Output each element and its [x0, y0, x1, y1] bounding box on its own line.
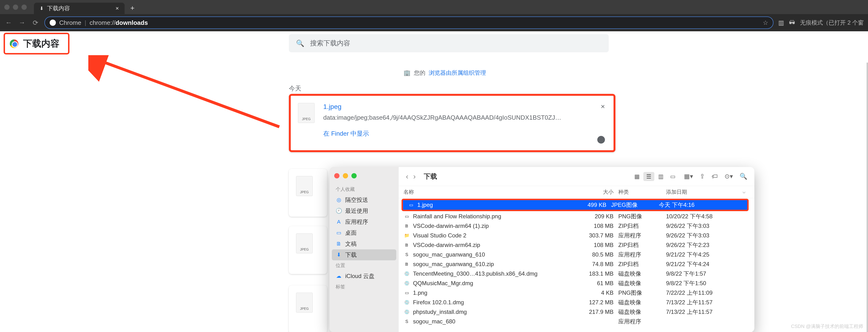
sidebar-item[interactable]: A应用程序	[330, 216, 399, 228]
search-button[interactable]: 🔍	[740, 173, 747, 180]
gallery-view-button[interactable]: ▭	[667, 172, 678, 181]
file-size: 61 MB	[578, 280, 618, 286]
sidebar-item-label: 下载	[345, 251, 356, 259]
finder-back-button[interactable]: ‹	[406, 172, 408, 181]
file-name: 1.png	[413, 290, 427, 296]
new-tab-button[interactable]: +	[130, 4, 135, 12]
sidebar-item-icon: ▭	[336, 230, 342, 236]
file-size: 183.1 MB	[578, 270, 618, 277]
file-type-icon: S	[403, 252, 410, 257]
finder-folder-title: 下载	[424, 172, 437, 181]
download-item: JPEG	[289, 226, 327, 274]
file-kind: PNG图像	[618, 289, 666, 297]
bookmark-icon[interactable]: ☆	[763, 19, 768, 27]
sidebar-section-tags: 标签	[330, 281, 399, 292]
list-view-button[interactable]: ☰	[643, 172, 654, 181]
file-row[interactable]: 💿phpstudy_install.dmg 217.9 MB 磁盘映像 7/13…	[399, 307, 754, 317]
search-icon: 🔍	[296, 39, 304, 47]
sidebar-item[interactable]: ☁iCloud 云盘	[330, 271, 399, 281]
close-window-button[interactable]	[4, 4, 9, 10]
file-size: 127.2 MB	[578, 299, 618, 306]
file-size: 108 MB	[578, 222, 618, 229]
file-type-icon: ▭	[403, 214, 410, 219]
panel-icon[interactable]: ▥	[778, 19, 784, 27]
sidebar-item[interactable]: ◎隔空投送	[330, 194, 399, 205]
file-size: 217.9 MB	[578, 309, 618, 315]
file-name: sogou_mac_guanwang_610.zip	[413, 261, 494, 268]
file-row[interactable]: 💿QQMusicMac_Mgr.dmg 61 MB 磁盘映像 9/8/22 下午…	[399, 278, 754, 288]
file-row[interactable]: Ssogou_mac_guanwang_610 80.5 MB 应用程序 9/2…	[399, 250, 754, 260]
finder-zoom-button[interactable]	[351, 173, 356, 178]
browser-tab-strip: ⬇ 下载内容 × +	[0, 0, 868, 14]
forward-button[interactable]: →	[18, 19, 26, 27]
file-type-icon: 💿	[403, 281, 410, 286]
file-size: 303.7 MB	[578, 232, 618, 239]
file-row[interactable]: ▭Rainfall and Flow Relationship.png 209 …	[399, 212, 754, 221]
file-kind: PNG图像	[618, 213, 666, 220]
file-row[interactable]: ▭1.jpeg 499 KB JPEG图像 今天 下午4:16	[403, 200, 747, 210]
share-button[interactable]: ⇪	[700, 173, 705, 180]
download-filename-link[interactable]: 1.jpeg	[323, 103, 605, 111]
page-title-annotation: 下载内容	[4, 33, 69, 55]
sidebar-section-locations: 位置	[330, 260, 399, 271]
annotation-arrow	[88, 55, 286, 137]
sidebar-item-icon: 🗎	[336, 241, 342, 247]
column-date[interactable]: 添加日期	[666, 188, 742, 195]
sidebar-item[interactable]: ▭桌面	[330, 228, 399, 238]
sidebar-item-label: 隔空投送	[345, 196, 368, 204]
search-downloads-input[interactable]: 🔍 搜索下载内容	[289, 34, 609, 52]
file-name: VSCode-darwin-arm64.zip	[413, 242, 480, 248]
file-date: 9/8/22 下午1:50	[666, 279, 742, 287]
icon-view-button[interactable]: ▦	[631, 172, 642, 181]
close-tab-button[interactable]: ×	[116, 5, 119, 12]
file-type-icon: ▭	[403, 290, 410, 296]
column-kind[interactable]: 种类	[618, 188, 666, 195]
file-size: 4 KB	[578, 290, 618, 296]
show-in-finder-link[interactable]: 在 Finder 中显示	[323, 129, 605, 138]
org-management-notice: 🏢 您的 浏览器由所属组织管理	[403, 69, 486, 77]
sidebar-item-icon: 🕘	[336, 208, 342, 214]
file-row[interactable]: 🗎VSCode-darwin-arm64 (1).zip 108 MB ZIP归…	[399, 221, 754, 231]
maximize-window-button[interactable]	[22, 4, 27, 10]
tags-button[interactable]: 🏷	[712, 173, 718, 180]
group-button[interactable]: ▦▾	[684, 173, 693, 180]
file-date: 今天 下午4:16	[659, 201, 735, 209]
column-name[interactable]: 名称	[403, 188, 578, 195]
building-icon: 🏢	[403, 69, 411, 76]
sidebar-item-label: 文稿	[345, 240, 356, 248]
actions-button[interactable]: ⊙▾	[724, 173, 733, 180]
sidebar-item[interactable]: ⬇下载	[332, 249, 396, 260]
sidebar-item[interactable]: 🕘最近使用	[330, 205, 399, 216]
file-name: Visual Studio Code 2	[413, 232, 466, 239]
file-row[interactable]: 📁Visual Studio Code 2 303.7 MB 应用程序 9/26…	[399, 231, 754, 240]
sidebar-item-icon: A	[336, 219, 342, 225]
sidebar-item-label: 最近使用	[345, 207, 368, 215]
finder-sidebar: 个人收藏 ◎隔空投送🕘最近使用A应用程序▭桌面🗎文稿⬇下载 位置 ☁iCloud…	[330, 167, 399, 332]
file-date: 9/21/22 下午4:25	[666, 251, 742, 259]
file-row[interactable]: ▭1.png 4 KB PNG图像 7/22/22 上午11:09	[399, 288, 754, 298]
finder-forward-button[interactable]: ›	[413, 172, 416, 181]
file-kind: 应用程序	[618, 318, 666, 325]
file-date: 9/26/22 下午2:23	[666, 241, 742, 249]
minimize-window-button[interactable]	[13, 4, 18, 10]
file-row[interactable]: 💿TencentMeeting_0300…413.publish.x86_64.…	[399, 269, 754, 278]
file-row[interactable]: 🗎VSCode-darwin-arm64.zip 108 MB ZIP归档 9/…	[399, 240, 754, 250]
reload-button[interactable]: ⟳	[31, 19, 40, 27]
org-management-link[interactable]: 浏览器由所属组织管理	[429, 69, 486, 77]
file-thumbnail-icon: JPEG	[296, 293, 313, 313]
back-button[interactable]: ←	[4, 19, 13, 27]
file-name: TencentMeeting_0300…413.publish.x86_64.d…	[413, 270, 537, 277]
column-view-button[interactable]: ▥	[655, 172, 666, 181]
finder-close-button[interactable]	[334, 173, 339, 178]
file-row[interactable]: Ssogou_mac_680 应用程序	[399, 317, 754, 326]
finder-minimize-button[interactable]	[343, 173, 348, 178]
file-row[interactable]: 🗎sogou_mac_guanwang_610.zip 74.8 MB ZIP归…	[399, 260, 754, 269]
browser-tab[interactable]: ⬇ 下载内容 ×	[34, 3, 125, 14]
file-date: 7/13/22 上午11:57	[666, 308, 742, 316]
column-size[interactable]: 大小	[578, 188, 618, 195]
remove-download-button[interactable]: ×	[601, 102, 605, 111]
file-row[interactable]: 💿Firefox 102.0.1.dmg 127.2 MB 磁盘映像 7/13/…	[399, 298, 754, 307]
file-date: 9/21/22 下午4:24	[666, 260, 742, 268]
address-bar[interactable]: Chrome | chrome://downloads ☆	[44, 17, 773, 29]
sidebar-item[interactable]: 🗎文稿	[330, 238, 399, 249]
